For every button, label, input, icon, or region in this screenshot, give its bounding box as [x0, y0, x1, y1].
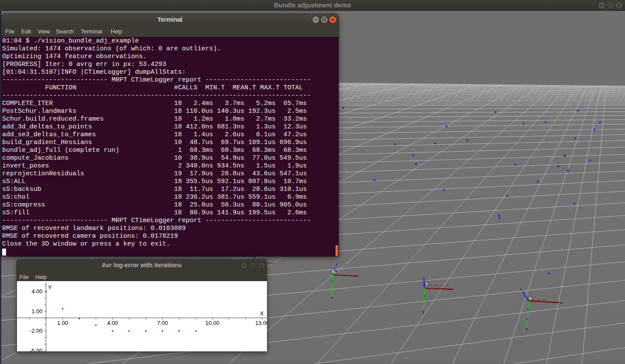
svg-text:5: 5: [425, 281, 428, 286]
svg-text:6: 6: [332, 269, 335, 274]
svg-text:1.00: 1.00: [57, 320, 68, 326]
svg-text:10.00: 10.00: [205, 320, 220, 326]
svg-text:7.00: 7.00: [157, 320, 168, 326]
svg-text:13.00: 13.00: [255, 320, 267, 326]
svg-text:4.00: 4.00: [107, 320, 118, 326]
svg-text:1.00: 1.00: [32, 308, 43, 315]
svg-text:X: X: [260, 310, 264, 317]
svg-text:4.00: 4.00: [32, 288, 43, 295]
svg-text:4: 4: [529, 296, 532, 301]
svg-text:Y: Y: [48, 284, 52, 291]
svg-text:-5.00: -5.00: [30, 348, 43, 351]
svg-text:-2.00: -2.00: [30, 328, 43, 334]
